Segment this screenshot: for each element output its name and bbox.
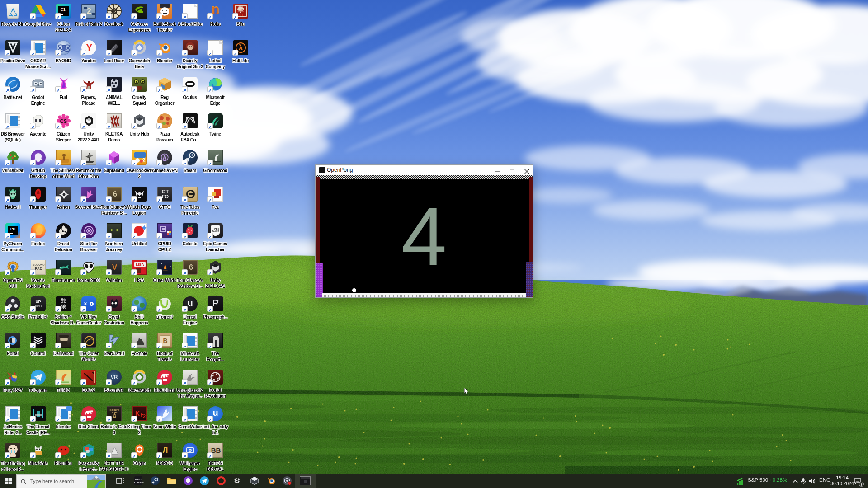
svg-text:CS: CS	[60, 118, 67, 124]
